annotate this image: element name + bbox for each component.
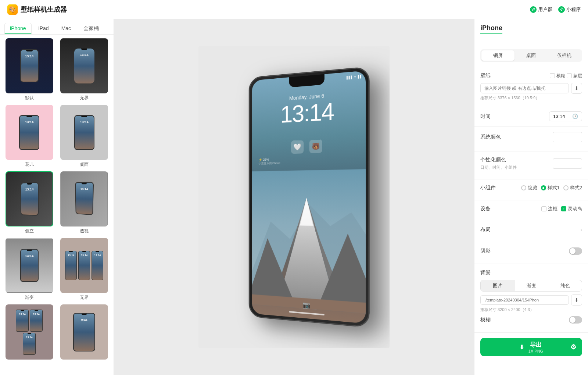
export-button[interactable]: ⬇ 导出 1X PNG ⚙ [480,338,582,356]
thumb-gradient: 13:14 [6,238,53,293]
shadow-row: 阴影 [480,247,582,255]
dynamic-island-checkbox[interactable]: ✓ [561,206,566,211]
blur-checkbox[interactable] [550,73,555,78]
time-value: 13:14 [553,114,565,119]
tab-family[interactable]: 全家桶 [78,23,104,34]
shadow-label: 阴影 [480,248,491,254]
template-flower[interactable]: 13:14 花儿 [4,105,55,168]
wallpaper-section: 壁纸 模糊 蒙层 ⬇ 推荐尺寸 3376 × 1560（19.5:9） [474,67,588,106]
blur-label: 模糊 [556,73,565,79]
template-perspective[interactable]: 13:14 透视 [59,171,110,234]
time-label: 时间 [480,113,491,120]
thumb-row3left: 13:14 13:14 13:14 [6,304,53,360]
wallpaper-header-row: 壁纸 模糊 蒙层 [480,72,582,79]
app-title: 壁纸样机生成器 [21,5,67,14]
blur-checkbox-item[interactable]: 模糊 [550,73,565,79]
app-logo: 🎨 壁纸样机生成器 [7,4,67,15]
logo-icon: 🎨 [7,4,18,15]
bg-blur-toggle[interactable] [569,316,582,324]
widget-hide-radio[interactable] [521,185,526,190]
widget-hide-option[interactable]: 隐藏 [521,185,537,191]
tab-mac[interactable]: Mac [56,23,76,34]
mini-label: 小程序 [566,6,581,13]
wallpaper-label: 壁纸 [480,72,491,79]
template-side[interactable]: 13:14 侧立 [4,171,55,234]
device-row: 设备 边框 ✓ 灵动岛 [480,206,582,212]
template-default[interactable]: 13:14 默认 [4,38,55,101]
export-gear-icon[interactable]: ⚙ [570,343,576,351]
tab-iphone[interactable]: iPhone [4,23,32,34]
sidebar: iPhone iPad Mac 全家桶 13:14 默认 [0,19,114,375]
time-section: 时间 13:14 🕑 [474,106,588,127]
personal-color-info: 个性化颜色 日期、时间、小组件 [480,157,517,170]
bg-path-input[interactable] [480,295,569,305]
export-section: ⬇ 导出 1X PNG ⚙ [474,333,588,361]
device-options: 边框 ✓ 灵动岛 [541,206,582,212]
thumb-side-label: 侧立 [25,228,34,234]
wallpaper-upload-button[interactable]: ⬇ [571,83,582,94]
widget-label: 小组件 [480,185,496,191]
tab-mockup-only[interactable]: 仅样机 [548,50,581,61]
time-input[interactable]: 13:14 🕑 [549,111,582,121]
template-row3-left[interactable]: 13:14 13:14 13:14 [4,304,55,361]
device-tabs: iPhone iPad Mac 全家桶 [0,19,114,35]
bg-tab-gradient[interactable]: 渐变 [514,280,548,291]
widget-hide-label: 隐藏 [528,185,537,191]
thumb-desktop-label: 桌面 [80,161,89,168]
thumb-row3right: 9:41 [60,304,108,360]
frame-checkbox[interactable] [541,206,546,211]
personal-color-hint: 日期、时间、小组件 [480,165,517,170]
mountain-background [252,159,366,324]
lock-widgets: 🤍 🐻 [252,138,366,155]
bg-path-row: ⬇ [480,294,582,306]
thumb-flower: 13:14 [6,105,53,160]
bg-blur-row: 模糊 [480,316,582,324]
widget-style2-radio[interactable] [563,185,569,190]
bg-upload-button[interactable]: ⬇ [571,294,582,306]
iphone-screen: ▌▌▌ ▾ ▐▐ Monday, June 6 13:14 🤍 🐻 [252,71,366,324]
screen-tabs: 锁屏 桌面 仅样机 [480,49,582,62]
mute-button [249,106,249,113]
device-label: 设备 [480,206,491,212]
template-borderless[interactable]: 13:14 无界 [59,38,110,101]
bg-type-tabs: 图片 渐变 纯色 [480,280,582,292]
template-row3-right[interactable]: 9:41 [59,304,110,361]
dynamic-island-label: 灵动岛 [568,206,582,212]
personal-color-swatch[interactable] [553,158,582,169]
dynamic-island-option[interactable]: ✓ 灵动岛 [561,206,582,212]
template-gradient[interactable]: 13:14 渐变 [4,238,55,301]
tab-desktop[interactable]: 桌面 [514,50,548,61]
bg-tab-solid[interactable]: 纯色 [548,280,582,291]
header: 🎨 壁纸样机生成器 W 用户群 小 小程序 [0,0,588,19]
personal-color-section: 个性化颜色 日期、时间、小组件 [474,151,588,179]
layout-section[interactable]: 布局 › [474,221,588,242]
tab-ipad[interactable]: iPad [33,23,54,34]
widget-section: 小组件 隐藏 样式1 样式2 [474,179,588,200]
tab-lock-screen[interactable]: 锁屏 [481,50,514,61]
fog-label: 蒙层 [573,73,582,79]
thumb-perspective: 13:14 [60,171,108,226]
template-desktop[interactable]: 13:14 桌面 [59,105,110,168]
widget-style1-radio[interactable] [541,185,546,190]
template-multi[interactable]: 13:14 13:14 13:14 无界 [59,238,110,301]
shadow-toggle[interactable] [569,247,582,255]
layout-label: 布局 [480,226,491,233]
widget-style1-option[interactable]: 样式1 [541,185,560,191]
export-label: 导出 [530,341,542,349]
personal-color-label: 个性化颜色 [480,157,517,163]
system-color-section: 系统颜色 [474,127,588,151]
fog-checkbox-item[interactable]: 蒙层 [567,73,582,79]
frame-option[interactable]: 边框 [541,206,557,212]
volume-up-button [249,118,249,129]
widget-style2-option[interactable]: 样式2 [563,185,582,191]
fog-checkbox[interactable] [567,73,572,78]
lock-screen-time: Monday, June 6 13:14 [252,90,366,128]
widget-options: 隐藏 样式1 样式2 [521,185,582,191]
wechat-group-button[interactable]: W 用户群 [530,6,552,13]
wallpaper-size-hint: 推荐尺寸 3376 × 1560（19.5:9） [480,95,582,101]
system-color-swatch[interactable] [553,132,582,142]
wallpaper-url-input[interactable] [480,83,569,93]
personal-color-row: 个性化颜色 日期、时间、小组件 [480,157,582,170]
mini-program-button[interactable]: 小 小程序 [558,6,581,13]
bg-tab-image[interactable]: 图片 [481,280,514,291]
